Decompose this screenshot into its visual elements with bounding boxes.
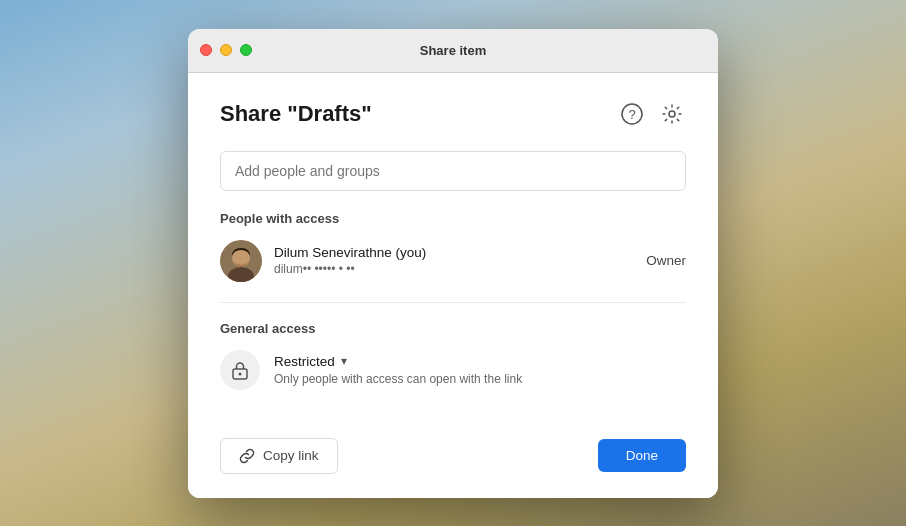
- titlebar: Share item: [188, 29, 718, 73]
- lock-icon-circle: [220, 350, 260, 390]
- search-wrapper[interactable]: [220, 151, 686, 191]
- traffic-lights: [200, 44, 252, 56]
- person-role: Owner: [646, 253, 686, 268]
- lock-icon: [230, 360, 250, 380]
- done-label: Done: [626, 448, 658, 463]
- access-type-label: Restricted: [274, 354, 335, 369]
- copy-link-label: Copy link: [263, 448, 319, 463]
- divider: [220, 302, 686, 303]
- access-info: Restricted ▾ Only people with access can…: [274, 354, 686, 386]
- person-row: Dilum Senevirathne (you) dilum•• ••••• •…: [220, 240, 686, 282]
- dialog-footer: Copy link Done: [188, 418, 718, 498]
- share-dialog-window: Share item Share "Drafts" ?: [188, 29, 718, 498]
- close-button[interactable]: [200, 44, 212, 56]
- link-icon: [239, 448, 255, 464]
- person-info: Dilum Senevirathne (you) dilum•• ••••• •…: [274, 245, 634, 276]
- avatar: [220, 240, 262, 282]
- general-section-label: General access: [220, 321, 686, 336]
- done-button[interactable]: Done: [598, 439, 686, 472]
- copy-link-button[interactable]: Copy link: [220, 438, 338, 474]
- settings-button[interactable]: [658, 103, 686, 131]
- access-description: Only people with access can open with th…: [274, 372, 686, 386]
- svg-text:?: ?: [628, 107, 635, 122]
- minimize-button[interactable]: [220, 44, 232, 56]
- gear-icon: [662, 104, 682, 129]
- people-section-label: People with access: [220, 211, 686, 226]
- access-type-row: Restricted ▾: [274, 354, 686, 369]
- dialog-content: Share "Drafts" ?: [188, 73, 718, 418]
- person-email: dilum•• ••••• • ••: [274, 262, 634, 276]
- maximize-button[interactable]: [240, 44, 252, 56]
- dialog-header: Share "Drafts" ?: [220, 101, 686, 131]
- svg-point-6: [239, 372, 242, 375]
- header-icons: ?: [618, 103, 686, 131]
- help-button[interactable]: ?: [618, 103, 646, 131]
- help-icon: ?: [621, 103, 643, 130]
- search-input[interactable]: [235, 163, 671, 179]
- dropdown-arrow-icon[interactable]: ▾: [341, 354, 347, 368]
- person-name: Dilum Senevirathne (you): [274, 245, 634, 260]
- general-access-row: Restricted ▾ Only people with access can…: [220, 350, 686, 390]
- dialog-title: Share "Drafts": [220, 101, 372, 127]
- window-title: Share item: [420, 43, 486, 58]
